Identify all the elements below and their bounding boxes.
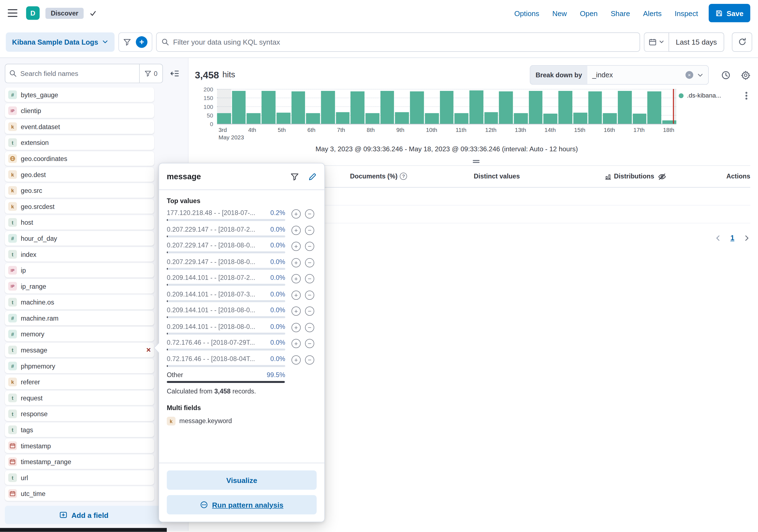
deployment-logo[interactable]: D [26, 6, 40, 20]
filter-for-value-icon[interactable]: + [292, 290, 301, 300]
field-item-url[interactable]: turl [5, 471, 154, 485]
run-pattern-analysis-button[interactable]: Run pattern analysis [167, 495, 317, 514]
histogram-bar[interactable] [662, 120, 676, 124]
histogram-bar[interactable] [633, 114, 647, 124]
field-item-index[interactable]: tindex [5, 247, 154, 262]
histogram-bar[interactable] [484, 112, 498, 124]
top-value-percent[interactable]: 0.0% [270, 242, 285, 249]
field-item-request[interactable]: trequest [5, 391, 154, 405]
histogram-bar[interactable] [336, 112, 350, 124]
legend-menu-icon[interactable] [745, 94, 747, 96]
filter-for-value-icon[interactable]: + [292, 274, 301, 283]
field-search-input[interactable] [20, 70, 135, 77]
app-title-chip[interactable]: Discover [46, 8, 84, 18]
histogram-bar[interactable] [603, 113, 617, 124]
field-item-ip[interactable]: IPip [5, 263, 154, 277]
field-item-geo.dest[interactable]: kgeo.dest [5, 167, 154, 182]
previous-page-icon[interactable] [714, 234, 722, 241]
field-item-memory[interactable]: #memory [5, 327, 154, 341]
field-item-geo.coordinates[interactable]: geo.coordinates [5, 151, 154, 166]
field-item-timestamp_range[interactable]: timestamp_range [5, 454, 154, 469]
column-documents[interactable]: Documents (%) ? [350, 173, 407, 180]
nav-link-alerts[interactable]: Alerts [643, 9, 662, 17]
histogram-bar[interactable] [217, 113, 231, 124]
top-value-percent[interactable]: 0.0% [270, 290, 285, 298]
nav-link-new[interactable]: New [552, 9, 567, 17]
kql-input[interactable] [173, 38, 635, 46]
histogram-bar[interactable] [351, 91, 364, 124]
histogram-bar[interactable] [573, 113, 587, 124]
breakdown-select[interactable]: _index × [587, 66, 708, 84]
chart-time-icon[interactable] [721, 70, 730, 80]
histogram-bar[interactable] [365, 113, 379, 124]
menu-icon[interactable] [8, 9, 17, 17]
add-field-button[interactable]: Add a field [5, 506, 163, 524]
field-item-machine.os[interactable]: tmachine.os [5, 295, 154, 309]
help-icon[interactable]: ? [400, 173, 407, 180]
filter-for-value-icon[interactable]: + [292, 339, 301, 348]
add-filter-button[interactable]: + [136, 36, 147, 48]
filter-out-value-icon[interactable]: − [305, 323, 314, 332]
filter-for-value-icon[interactable]: + [292, 258, 301, 267]
calendar-button[interactable] [644, 32, 669, 52]
chart-options-gear-icon[interactable] [741, 70, 750, 80]
field-filter-button[interactable]: 0 [139, 64, 163, 83]
field-item-clientip[interactable]: IPclientip [5, 103, 154, 118]
filter-out-value-icon[interactable]: − [305, 242, 314, 251]
histogram-bar[interactable] [291, 91, 305, 124]
refresh-query-button[interactable] [732, 32, 752, 52]
filter-out-value-icon[interactable]: − [305, 258, 314, 267]
field-item-message[interactable]: tmessage× [5, 343, 154, 357]
filter-out-value-icon[interactable]: − [305, 274, 314, 283]
histogram-bar[interactable] [529, 90, 543, 124]
field-item-response[interactable]: tresponse [5, 407, 154, 421]
field-item-tags[interactable]: ttags [5, 423, 154, 437]
filter-out-value-icon[interactable]: − [305, 355, 314, 364]
field-item-ip_range[interactable]: IPip_range [5, 279, 154, 294]
close-icon[interactable]: × [146, 346, 151, 354]
field-item-timestamp[interactable]: timestamp [5, 439, 154, 453]
top-value-percent[interactable]: 0.0% [270, 306, 285, 314]
histogram-bar[interactable] [395, 112, 409, 124]
legend-series-label[interactable]: .ds-kibana... [687, 92, 739, 99]
resize-handle[interactable] [473, 160, 479, 164]
filter-for-value-icon[interactable]: + [292, 306, 301, 316]
hide-distributions-icon[interactable] [658, 173, 666, 181]
column-distributions[interactable]: Distributions [605, 173, 654, 180]
histogram-bar[interactable] [543, 114, 557, 124]
histogram-bar[interactable] [247, 113, 261, 124]
histogram-bar[interactable] [440, 90, 454, 124]
nav-link-options[interactable]: Options [514, 9, 539, 17]
histogram-bar[interactable] [514, 113, 528, 124]
collapse-sidebar-icon[interactable] [170, 69, 179, 78]
filter-options-icon[interactable] [123, 38, 131, 46]
time-range-button[interactable]: Last 15 days [669, 32, 724, 52]
field-item-machine.ram[interactable]: #machine.ram [5, 311, 154, 325]
clear-breakdown-icon[interactable]: × [685, 71, 693, 79]
histogram-bar[interactable] [588, 91, 602, 124]
filter-out-value-icon[interactable]: − [305, 339, 314, 348]
field-item-referer[interactable]: kreferer [5, 374, 154, 389]
filter-for-value-icon[interactable]: + [292, 242, 301, 251]
page-number[interactable]: 1 [730, 234, 734, 242]
top-value-percent[interactable]: 0.2% [270, 209, 285, 217]
field-item-geo.srcdest[interactable]: kgeo.srcdest [5, 199, 154, 214]
histogram-bar[interactable] [618, 90, 632, 124]
save-button[interactable]: Save [709, 4, 750, 22]
histogram-bar[interactable] [410, 91, 424, 124]
top-value-percent[interactable]: 0.0% [270, 339, 285, 346]
filter-out-value-icon[interactable]: − [305, 290, 314, 300]
histogram-bar[interactable] [425, 113, 438, 124]
top-value-percent[interactable]: 99.5% [267, 371, 285, 378]
visualize-button[interactable]: Visualize [167, 471, 317, 490]
field-item-phpmemory[interactable]: #phpmemory [5, 359, 154, 373]
filter-out-value-icon[interactable]: − [305, 209, 314, 219]
field-item-bytes_gauge[interactable]: #bytes_gauge [5, 88, 154, 102]
top-value-percent[interactable]: 0.0% [270, 258, 285, 265]
data-view-picker[interactable]: Kibana Sample Data Logs [6, 32, 115, 52]
filter-for-value-icon[interactable]: + [292, 355, 301, 364]
filter-out-value-icon[interactable]: − [305, 226, 314, 235]
histogram-bar[interactable] [380, 90, 394, 124]
top-value-percent[interactable]: 0.0% [270, 355, 285, 362]
field-search-box[interactable]: 0 [5, 64, 163, 83]
